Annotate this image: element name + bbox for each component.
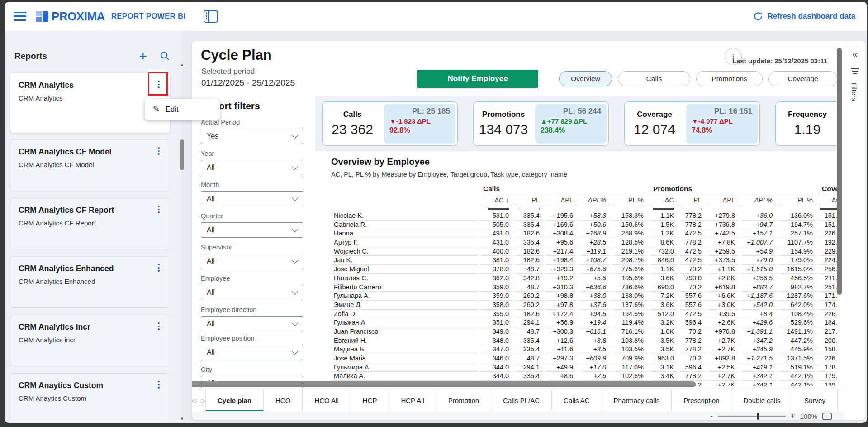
kebab-menu-icon[interactable] [155, 206, 162, 216]
report-card[interactable]: CRM Analytics CF ReportCRM Analytics CF … [10, 198, 170, 249]
table-cell: 447.2% [779, 336, 816, 345]
filter-dropdown[interactable]: All [201, 191, 303, 206]
fit-to-page-icon[interactable] [822, 413, 832, 420]
filter-field: Actual PeriodYes [201, 119, 303, 144]
sheet-tab-promotion[interactable]: Promotion [436, 389, 491, 412]
collapse-pane-icon[interactable]: « [844, 49, 865, 59]
table-cell: 257.1% [779, 229, 816, 238]
table-cell: +97.8 [546, 301, 577, 310]
sheet-tab-calls-pl-ac[interactable]: Calls PL/AC [491, 389, 552, 412]
scrollbar-thumb[interactable] [180, 139, 184, 170]
table-cell: 1615.0% [779, 265, 816, 274]
kpi-percent: 238.4% [541, 126, 601, 134]
sheet-tab-hco-all[interactable]: HCO All [303, 389, 351, 412]
filter-label: Actual Period [201, 119, 303, 126]
view-tab-overview[interactable]: Overview [559, 71, 612, 86]
scroll-up-icon[interactable]: ▲ [179, 62, 185, 67]
table-cell: 219.1% [612, 247, 647, 256]
tabs-next-icon[interactable]: ▷ [201, 397, 205, 404]
view-tab-calls[interactable]: Calls [618, 71, 690, 86]
sheet-tab-hco[interactable]: HCO [264, 389, 303, 412]
filter-dropdown[interactable]: All [201, 316, 303, 331]
filter-dropdown[interactable]: All [201, 222, 303, 238]
table-cell: +11.6 [546, 345, 577, 354]
context-menu-edit[interactable]: ✎ Edit [145, 99, 220, 120]
table-row: Juan Francisco349.048.7+300.3+616.1716.1… [331, 327, 837, 336]
report-card[interactable]: CRM Analytics CF ModelCRM Analytics CF M… [10, 139, 170, 191]
employee-name: Евгений Н. [331, 336, 478, 345]
report-card[interactable]: CRM Analytics incrCRM Analytics incr [10, 315, 170, 366]
kpi-percent: 92.8% [389, 126, 450, 134]
sheet-tab-survey[interactable]: Survey [792, 389, 838, 412]
filter-pane-icon[interactable] [851, 68, 859, 74]
employee-name: Эмине Д. [331, 301, 478, 310]
filter-dropdown[interactable]: All [201, 160, 303, 175]
table-cell: 512.0 [650, 310, 678, 319]
sheet-tab-double-calls[interactable]: Double calls [731, 389, 792, 412]
kebab-menu-icon[interactable] [155, 322, 162, 333]
filter-field: Employee positionAll [201, 335, 303, 360]
table-cell: +19.4 [579, 318, 610, 327]
sheet-tab-cycle-plan[interactable]: Cycle plan [206, 389, 264, 412]
edit-menu-item[interactable]: Edit [166, 105, 178, 114]
table-cell: +976.8 [708, 327, 739, 336]
chevron-down-icon [292, 194, 298, 201]
zoom-out-icon[interactable]: - [710, 412, 713, 420]
kebab-menu-icon[interactable] [155, 81, 162, 91]
filter-field: QuarterAll [201, 212, 303, 238]
add-report-icon[interactable]: + [139, 52, 147, 61]
tabs-prev-icon[interactable]: ◁ [192, 397, 196, 404]
view-tab-promotions[interactable]: Promotions [696, 71, 763, 86]
refresh-dashboard-button[interactable]: Refresh dashboard data [753, 11, 855, 21]
search-icon[interactable] [160, 51, 170, 61]
table-cell: 442.1% [779, 372, 816, 381]
sidebar-toggle-icon[interactable] [204, 10, 218, 23]
table-cell: +94.5 [579, 310, 610, 319]
table-cell: 154.9% [779, 247, 816, 256]
notify-employee-button[interactable]: Notify Employee [417, 70, 538, 88]
report-card[interactable]: CRM Anaytics CustomCRM Anaytics Custom [10, 373, 170, 423]
sheet-tab-hcp-all[interactable]: HCP All [389, 389, 436, 412]
kpi-label: Calls [343, 110, 362, 119]
chevron-down-icon [292, 257, 298, 263]
table-cell: +429.6 [741, 318, 776, 327]
table-cell: 778.2 [680, 238, 705, 247]
pencil-icon: ✎ [153, 104, 160, 114]
employee-name: Гульжан А [331, 318, 478, 327]
view-tab-coverage[interactable]: Coverage [768, 71, 837, 86]
table-cell: 342.8 [515, 274, 543, 283]
zoom-value: 100% [800, 413, 817, 420]
last-update: Last update: 25/12/2025 03:11 [732, 57, 827, 65]
sheet-tab-calls-ac[interactable]: Calls AC [552, 389, 602, 412]
sheet-tab-prescription[interactable]: Prescription [672, 389, 731, 412]
filter-dropdown[interactable]: All [201, 254, 303, 269]
zoom-slider-thumb[interactable] [757, 413, 759, 420]
sheet-tab-pharmacy-calls[interactable]: Pharmacy calls [602, 389, 672, 412]
column-header: PL % [612, 195, 647, 206]
table-cell: 400.0 [480, 247, 512, 256]
table-cell: 182.6 [515, 229, 543, 238]
horizontal-scrollbar-thumb[interactable] [192, 381, 696, 387]
filter-field: SupervisorAll [201, 244, 303, 269]
kebab-menu-icon[interactable] [155, 381, 162, 392]
vertical-scrollbar-thumb[interactable] [837, 48, 842, 295]
report-card[interactable]: CRM Analytics EnhancedCRM Analytics Enha… [10, 256, 170, 308]
sidebar-scrollbar[interactable]: ▲ ▼ [179, 31, 185, 423]
table-cell: 519.1% [779, 363, 816, 372]
kebab-menu-icon[interactable] [155, 147, 162, 158]
table-cell: 491.0 [480, 229, 512, 238]
zoom-in-icon[interactable]: + [791, 412, 795, 420]
zoom-slider[interactable] [718, 416, 786, 417]
kebab-menu-icon[interactable] [155, 264, 162, 275]
filter-dropdown[interactable]: All [201, 345, 303, 360]
hamburger-menu-icon[interactable] [14, 12, 26, 21]
filter-dropdown[interactable]: Yes [201, 129, 303, 144]
filter-dropdown[interactable]: All [201, 285, 303, 300]
scroll-down-icon[interactable]: ▼ [179, 417, 185, 421]
kpi-main: Frequency1.19 [776, 102, 839, 145]
table-cell: +217.4 [546, 247, 577, 256]
table-cell: 505.0 [480, 221, 512, 230]
table-cell: 136.0% [779, 211, 816, 221]
table-cell: 217.0 [819, 327, 837, 336]
sheet-tab-hcp[interactable]: HCP [351, 389, 389, 412]
